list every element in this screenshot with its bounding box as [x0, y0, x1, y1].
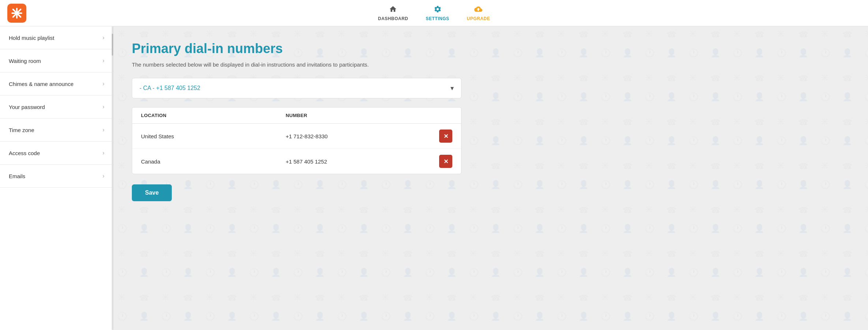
chevron-right-icon: › [103, 150, 104, 156]
column-header-location: LOCATION [141, 113, 286, 118]
logo-wrap [7, 4, 26, 23]
sidebar-scrollbar [112, 26, 113, 330]
nav-item-dashboard-label: DASHBOARD [378, 16, 408, 21]
chevron-right-icon: › [103, 34, 104, 41]
cell-action-us: ✕ [430, 130, 452, 143]
home-icon [389, 5, 397, 15]
main-nav: DASHBOARD SETTINGS UPGRADE [378, 5, 490, 21]
cell-location-ca: Canada [141, 158, 286, 165]
nav-item-settings-label: SETTINGS [426, 16, 449, 21]
sidebar-item-hold-music-playlist[interactable]: Hold music playlist › [0, 26, 113, 49]
chevron-right-icon: › [103, 127, 104, 133]
cloud-icon [474, 5, 482, 15]
sidebar-item-chimes-name-announce[interactable]: Chimes & name announce › [0, 72, 113, 95]
page-title: Primary dial-in numbers [132, 41, 461, 56]
sidebar-scrollbar-thumb [112, 34, 113, 56]
content-area: Primary dial-in numbers The numbers sele… [114, 26, 480, 216]
nav-item-settings[interactable]: SETTINGS [426, 5, 449, 21]
cell-location-us: United States [141, 133, 286, 139]
sidebar-item-emails[interactable]: Emails › [0, 165, 113, 188]
chevron-right-icon: › [103, 80, 104, 87]
layout: Hold music playlist › Waiting room › Chi… [0, 26, 868, 330]
cell-number-us: +1 712-832-8330 [286, 133, 430, 139]
dial-in-table: LOCATION NUMBER United States +1 712-832… [132, 107, 461, 174]
table-header: LOCATION NUMBER [132, 108, 461, 124]
column-header-number: NUMBER [286, 113, 430, 118]
main-content: ✳ ☎ 🕐 👤 Primary dial-in numbers The numb… [114, 26, 868, 330]
chevron-right-icon: › [103, 104, 104, 110]
table-row: United States +1 712-832-8330 ✕ [132, 124, 461, 149]
logo-box [7, 4, 26, 23]
sidebar: Hold music playlist › Waiting room › Chi… [0, 26, 114, 330]
header: DASHBOARD SETTINGS UPGRADE [0, 0, 868, 26]
sidebar-item-your-password[interactable]: Your password › [0, 95, 113, 119]
gear-icon [433, 5, 441, 15]
sidebar-item-time-zone[interactable]: Time zone › [0, 119, 113, 142]
remove-ca-button[interactable]: ✕ [439, 155, 452, 168]
save-button[interactable]: Save [132, 184, 172, 201]
nav-item-upgrade[interactable]: UPGRADE [467, 5, 490, 21]
sidebar-item-access-code[interactable]: Access code › [0, 142, 113, 165]
nav-item-upgrade-label: UPGRADE [467, 16, 490, 21]
remove-us-button[interactable]: ✕ [439, 130, 452, 143]
logo-icon [11, 7, 23, 19]
cell-number-ca: +1 587 405 1252 [286, 158, 430, 165]
nav-item-dashboard[interactable]: DASHBOARD [378, 5, 408, 21]
chevron-down-icon: ▾ [450, 84, 454, 92]
table-row: Canada +1 587 405 1252 ✕ [132, 149, 461, 174]
cell-action-ca: ✕ [430, 155, 452, 168]
page-description: The numbers selected below will be displ… [132, 61, 461, 68]
dial-in-dropdown[interactable]: - CA - +1 587 405 1252 ▾ [132, 78, 461, 98]
dropdown-selected-value: - CA - +1 587 405 1252 [140, 85, 200, 91]
sidebar-item-waiting-room[interactable]: Waiting room › [0, 49, 113, 72]
chevron-right-icon: › [103, 173, 104, 179]
dropdown-wrap: - CA - +1 587 405 1252 ▾ [132, 78, 461, 98]
chevron-right-icon: › [103, 57, 104, 64]
